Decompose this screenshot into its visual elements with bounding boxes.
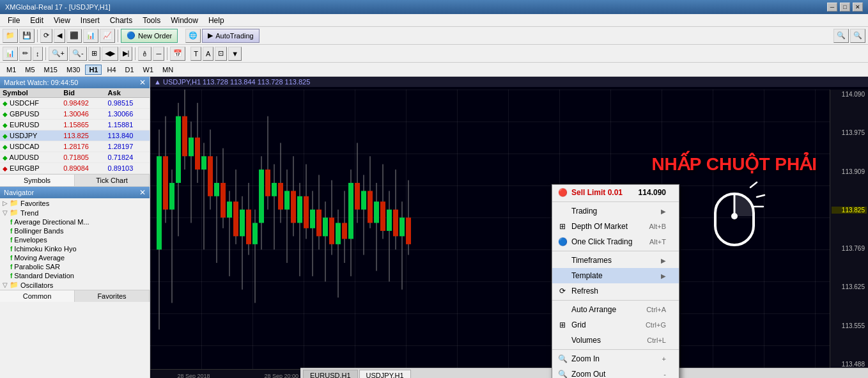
toolbar-btn-4[interactable]: ◀: [54, 29, 65, 43]
period-btn[interactable]: 📅: [170, 47, 185, 61]
svg-rect-64: [355, 183, 360, 210]
ctx-template[interactable]: Template ▶: [552, 268, 679, 283]
toolbar-btn-2[interactable]: 💾: [19, 29, 35, 43]
nav-tab-favorites[interactable]: Favorites: [75, 290, 150, 302]
zoom-in-btn[interactable]: 🔍+: [49, 47, 68, 61]
new-order-button[interactable]: 🔵 New Order: [121, 29, 178, 43]
tf-m30[interactable]: M30: [63, 65, 84, 75]
menu-window[interactable]: Window: [166, 15, 203, 26]
menu-tools[interactable]: Tools: [137, 15, 166, 26]
mw-ask: 0.71824: [105, 152, 150, 163]
nav-std-dev[interactable]: f Standard Deviation: [0, 271, 150, 280]
toolbar-btn-8[interactable]: 🌐: [185, 29, 201, 43]
market-watch-row[interactable]: ◆ AUDUSD 0.71805 0.71824: [0, 152, 150, 163]
menu-charts[interactable]: Charts: [105, 15, 137, 26]
search-button[interactable]: 🔍: [833, 29, 849, 43]
nav-envelopes[interactable]: f Envelopes: [0, 235, 150, 244]
close-button[interactable]: ✕: [853, 3, 863, 12]
market-watch-row[interactable]: ◆ USDJPY 113.825 113.840: [0, 130, 150, 141]
scroll2-btn[interactable]: ▶|: [120, 47, 133, 61]
search-btn2[interactable]: 🔍: [850, 29, 865, 43]
nav-avg-directional[interactable]: f Average Directional M...: [0, 217, 150, 226]
market-watch-close[interactable]: ✕: [139, 78, 146, 87]
tab-tick-chart[interactable]: Tick Chart: [75, 175, 150, 186]
nav-ichimoku[interactable]: f Ichimoku Kinko Hyo: [0, 244, 150, 253]
chart-area[interactable]: ▲ USDJPY,H1 113.728 113.844 113.728 113.…: [150, 77, 868, 378]
chart-type-btn[interactable]: 📊: [3, 47, 18, 61]
market-watch-row[interactable]: ◆ GBPUSD 1.30046 1.30066: [0, 109, 150, 120]
ctx-volumes[interactable]: Volumes Ctrl+L: [552, 333, 679, 348]
zoom-out-btn[interactable]: 🔍-: [69, 47, 87, 61]
menu-insert[interactable]: Insert: [75, 15, 105, 26]
maximize-button[interactable]: □: [840, 3, 850, 12]
ctx-auto-arrange[interactable]: Auto Arrange Ctrl+A: [552, 302, 679, 317]
market-watch-row[interactable]: ◆ EURGBP 0.89084 0.89103: [0, 163, 150, 174]
favorites-icon: 📁: [10, 199, 19, 207]
ctx-depth-market[interactable]: ⊞ Depth Of Market Alt+B: [552, 219, 679, 234]
toolbar-btn-1[interactable]: 📁: [3, 29, 18, 43]
draw-btn[interactable]: ✏: [19, 47, 31, 61]
ctx-oneclick[interactable]: 🔵 One Click Trading Alt+T: [552, 234, 679, 249]
zoom-bar-btn[interactable]: ⊞: [88, 47, 100, 61]
market-watch-row[interactable]: ◆ EURUSD 1.15865 1.15881: [0, 120, 150, 130]
toolbar-btn-6[interactable]: 📊: [83, 29, 98, 43]
nav-bollinger[interactable]: f Bollinger Bands: [0, 226, 150, 235]
envelopes-label: Envelopes: [14, 236, 47, 244]
navigator-title: Navigator: [4, 189, 34, 196]
tf-m15[interactable]: M15: [40, 65, 61, 75]
ctx-oneclick-label: One Click Trading: [571, 237, 646, 246]
tf-h4[interactable]: H4: [103, 65, 120, 75]
nav-favorites[interactable]: ▷ 📁 Favorites: [0, 198, 150, 208]
autotrading-button[interactable]: ▶ AutoTrading: [202, 29, 260, 43]
ctx-grid[interactable]: ⊞ Grid Ctrl+G: [552, 317, 679, 333]
bollinger-label: Bollinger Bands: [14, 227, 63, 235]
svg-rect-42: [284, 191, 290, 209]
chart-tab-eurusd[interactable]: EURUSD,H1: [303, 370, 358, 379]
toolbar-btn-5[interactable]: ⬛: [66, 29, 82, 43]
navigator-close[interactable]: ✕: [139, 188, 146, 197]
cursor-btn[interactable]: ↕: [33, 47, 43, 61]
label-btn[interactable]: A: [203, 47, 213, 61]
menu-edit[interactable]: Edit: [25, 15, 49, 26]
tf-h1[interactable]: H1: [85, 65, 102, 75]
ctx-zoom-out[interactable]: 🔍 Zoom Out -: [552, 366, 679, 378]
nav-moving-avg[interactable]: f Moving Average: [0, 253, 150, 262]
nav-trend-group[interactable]: ▽ 📁 Trend: [0, 208, 150, 217]
minimize-button[interactable]: ─: [827, 3, 837, 12]
scroll-btn[interactable]: ◀▶: [102, 47, 118, 61]
toolbar-btn-7[interactable]: 📈: [100, 29, 115, 43]
chart-tab-usdjpy[interactable]: USDJPY,H1: [359, 370, 411, 378]
ctx-zoom-in[interactable]: 🔍 Zoom In +: [552, 351, 679, 366]
menu-view[interactable]: View: [49, 15, 75, 26]
svg-rect-6: [169, 183, 174, 210]
tab-symbols[interactable]: Symbols: [0, 175, 75, 186]
tf-mn[interactable]: MN: [159, 65, 177, 75]
market-watch-row[interactable]: ◆ USDCHF 0.98492 0.98515: [0, 98, 150, 109]
menu-file[interactable]: File: [3, 15, 25, 26]
nav-tab-common[interactable]: Common: [0, 290, 75, 302]
nav-parabolic[interactable]: f Parabolic SAR: [0, 262, 150, 271]
market-watch-row[interactable]: ◆ USDCAD 1.28176 1.28197: [0, 141, 150, 152]
menu-help[interactable]: Help: [203, 15, 229, 26]
main-area: Market Watch: 09:44:50 ✕ Symbol Bid Ask …: [0, 77, 868, 378]
ctx-trading-label: Trading: [571, 207, 657, 216]
ctx-sell-limit[interactable]: 🔴 Sell Limit 0.01 114.090: [552, 185, 679, 200]
tf-w1[interactable]: W1: [139, 65, 158, 75]
ctx-trading[interactable]: Trading ▶: [552, 203, 679, 219]
candle-btn[interactable]: 🕯: [138, 47, 151, 61]
template-icon: [557, 271, 568, 281]
tf-m5[interactable]: M5: [21, 65, 38, 75]
objects-btn[interactable]: ⊡: [215, 47, 227, 61]
tf-m1[interactable]: M1: [3, 65, 20, 75]
line-btn[interactable]: ─: [153, 47, 164, 61]
svg-rect-18: [208, 156, 213, 196]
toolbar-btn-3[interactable]: ⟳: [40, 29, 52, 43]
tf-d1[interactable]: D1: [121, 65, 138, 75]
template-btn[interactable]: T: [190, 47, 201, 61]
more-btn[interactable]: ▼: [228, 47, 242, 61]
new-order-icon: 🔵: [127, 31, 136, 40]
ctx-timeframes[interactable]: Timeframes ▶: [552, 253, 679, 268]
osc-collapse: ▽: [3, 281, 8, 288]
ctx-refresh[interactable]: ⟳ Refresh: [552, 283, 679, 299]
nav-oscillators-group[interactable]: ▽ 📁 Oscillators: [0, 280, 150, 290]
